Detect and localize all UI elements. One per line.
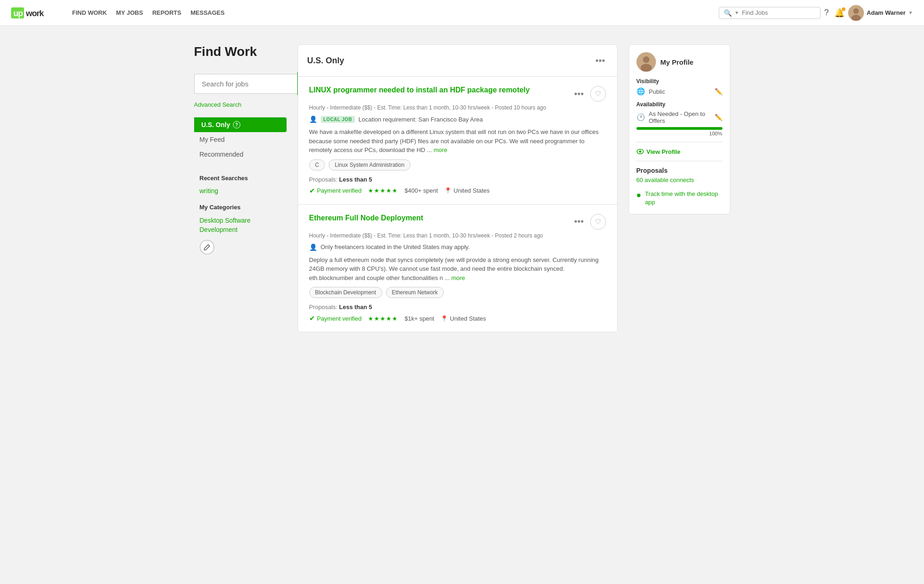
spent: $1k+ spent — [404, 315, 434, 322]
profile-name: My Profile — [661, 58, 694, 66]
proposals-row: Proposals: Less than 5 — [309, 304, 606, 310]
country-name: United States — [450, 315, 486, 322]
spent: $400+ spent — [404, 187, 438, 194]
search-wrap — [194, 72, 287, 95]
svg-point-9 — [643, 56, 649, 63]
sidebar-nav: U.S. Only ? My Feed Recommended — [194, 117, 287, 162]
tags-row: C Linux System Administration — [309, 159, 606, 170]
job-type: Hourly — [309, 232, 325, 239]
job-country: 📍 United States — [444, 187, 490, 194]
profile-header: My Profile — [636, 52, 722, 72]
job-location-row: 👤 Only freelancers located in the United… — [309, 243, 606, 251]
advanced-search-link[interactable]: Advanced Search — [194, 101, 242, 108]
sidebar-item-my-feed[interactable]: My Feed — [194, 132, 287, 147]
tag[interactable]: Linux System Administration — [329, 159, 410, 170]
circle-icon: ● — [636, 190, 642, 200]
search-icon: 🔍 — [724, 9, 732, 17]
more-link[interactable]: more — [434, 146, 447, 153]
svg-text:up: up — [13, 9, 23, 18]
feed-card: U.S. Only ••• LINUX programmer needed to… — [298, 44, 618, 332]
proposals-value: Less than 5 — [339, 304, 373, 310]
sidebar-item-recommended[interactable]: Recommended — [194, 147, 287, 162]
proposals-row: Proposals: Less than 5 — [309, 176, 606, 183]
connects-link[interactable]: 60 available connects — [636, 176, 694, 183]
job-location-row: 👤 LOCAL JOB Location requirement: San Fr… — [309, 116, 606, 123]
job-level: Intermediate ($$) — [330, 104, 372, 111]
navbar-search-input[interactable] — [742, 9, 815, 16]
availability-text: As Needed - Open to Offers — [649, 110, 711, 124]
proposals-value: Less than 5 — [339, 176, 373, 183]
payment-verified-text: Payment verified — [317, 187, 362, 194]
notification-dot — [842, 7, 845, 11]
proposals-label: Proposals: — [309, 304, 337, 310]
feed-options-button[interactable]: ••• — [593, 53, 608, 68]
user-menu[interactable]: Adam Warner ▼ — [848, 5, 913, 21]
progress-bar-wrap — [636, 127, 722, 130]
availability-label: Availability — [636, 101, 722, 108]
edit-visibility-button[interactable]: ✏️ — [715, 88, 722, 95]
job-title[interactable]: Ethereum Full Node Deployment — [309, 214, 423, 222]
svg-text:work: work — [25, 9, 44, 18]
job-actions: ••• ♡ — [572, 86, 606, 102]
nav-reports[interactable]: REPORTS — [152, 9, 181, 16]
verified-row: ✔ Payment verified ★★★★★ $1k+ spent 📍 Un… — [309, 314, 606, 322]
nav-messages[interactable]: MESSAGES — [190, 9, 225, 16]
navbar-search-wrap: 🔍 ▼ ? 🔔 Adam Warner ▼ — [719, 5, 913, 21]
job-meta: Hourly - Intermediate ($$) - Est. Time: … — [309, 232, 606, 239]
job-est-time: Less than 1 month, 10-30 hrs/week — [404, 104, 490, 111]
payment-verified: ✔ Payment verified — [309, 314, 362, 322]
location-icon: 👤 — [309, 116, 317, 123]
feed-card-header: U.S. Only ••• — [298, 45, 617, 77]
category-desktop-software[interactable]: Desktop Software Development — [194, 214, 287, 236]
profile-avatar — [636, 52, 656, 72]
desktop-app-row: ● Track time with the desktop app — [636, 190, 722, 207]
view-profile-text: View Profile — [647, 148, 680, 155]
divider — [636, 142, 722, 142]
edit-availability-button[interactable]: ✏️ — [715, 114, 722, 121]
location-text: Only freelancers located in the United S… — [321, 243, 470, 250]
job-level: Intermediate ($$) — [330, 232, 372, 239]
save-job-button[interactable]: ♡ — [590, 86, 606, 102]
page-wrap: Find Work Advanced Search U.S. Only ? My… — [185, 26, 740, 351]
visibility-label: Visibility — [636, 78, 722, 85]
tag[interactable]: Blockchain Development — [309, 287, 382, 298]
right-sidebar: My Profile Visibility 🌐 Public ✏️ Availa… — [629, 44, 730, 332]
visibility-value: 🌐 Public ✏️ — [636, 87, 722, 96]
recent-search-writing[interactable]: writing — [194, 185, 287, 196]
job-options-button[interactable]: ••• — [572, 214, 587, 229]
navbar-username: Adam Warner — [867, 9, 906, 16]
clock-icon: 🕐 — [636, 113, 645, 122]
sidebar-item-my-feed-label: My Feed — [200, 136, 225, 143]
nav-find-work[interactable]: FIND WORK — [72, 9, 107, 16]
job-item-header: LINUX programmer needed to install an HD… — [309, 86, 606, 102]
sidebar-item-us-only[interactable]: U.S. Only ? — [194, 117, 287, 132]
job-description: We have a makefile developed on a differ… — [309, 128, 606, 155]
edit-categories-button[interactable] — [200, 240, 214, 255]
my-categories-title: My Categories — [200, 204, 287, 211]
payment-verified-text: Payment verified — [317, 315, 362, 322]
proposals-title: Proposals — [636, 167, 722, 174]
pin-icon: 📍 — [441, 315, 448, 322]
svg-point-4 — [853, 8, 859, 14]
tag[interactable]: Ethereum Network — [386, 287, 444, 298]
save-job-button[interactable]: ♡ — [590, 214, 606, 230]
more-link[interactable]: more — [451, 274, 465, 281]
stars: ★★★★★ — [368, 315, 398, 322]
job-item: LINUX programmer needed to install an HD… — [298, 77, 617, 205]
help-button[interactable]: ? — [822, 6, 831, 19]
pencil-icon — [204, 244, 210, 250]
availability-value-row: 🕐 As Needed - Open to Offers ✏️ — [636, 110, 722, 124]
job-options-button[interactable]: ••• — [572, 86, 587, 101]
proposals-label: Proposals: — [309, 176, 337, 183]
tag[interactable]: C — [309, 159, 325, 170]
nav-my-jobs[interactable]: MY JOBS — [116, 9, 143, 16]
logo[interactable]: up work — [11, 6, 57, 20]
proposals-section: Proposals 60 available connects — [636, 167, 722, 183]
verified-row: ✔ Payment verified ★★★★★ $400+ spent 📍 U… — [309, 187, 606, 195]
view-profile-button[interactable]: View Profile — [636, 148, 680, 155]
desktop-app-link[interactable]: Track time with the desktop app — [645, 190, 722, 207]
sidebar-item-recommended-label: Recommended — [200, 151, 244, 158]
job-title[interactable]: LINUX programmer needed to install an HD… — [309, 86, 530, 94]
navbar-search-box: 🔍 ▼ — [719, 7, 820, 19]
search-input[interactable] — [194, 74, 297, 94]
